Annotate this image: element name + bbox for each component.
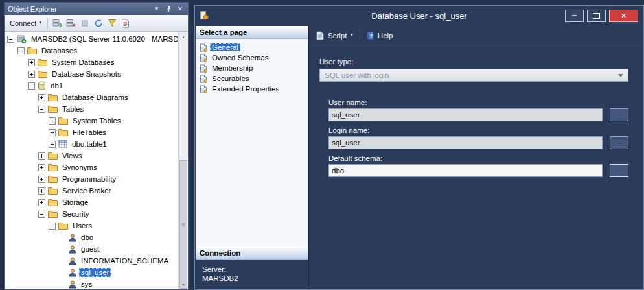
page-item-general[interactable]: General bbox=[198, 42, 308, 53]
folder-icon bbox=[48, 210, 58, 218]
tree-expander-minus[interactable] bbox=[17, 47, 25, 54]
page-item-label: Owned Schemas bbox=[210, 54, 271, 62]
tree-expander-minus[interactable] bbox=[49, 223, 56, 230]
user-icon bbox=[69, 234, 76, 242]
tree-item-database-snapshots[interactable]: Database Snapshots bbox=[5, 68, 188, 80]
connect-button[interactable]: Connect ▼ bbox=[8, 19, 44, 28]
report-icon[interactable] bbox=[119, 18, 132, 29]
tree-expander-plus[interactable] bbox=[38, 164, 45, 171]
tree-item-databases[interactable]: Databases bbox=[5, 45, 188, 56]
tree-item-database-diagrams[interactable]: Database Diagrams bbox=[5, 91, 188, 103]
tree-item-storage[interactable]: Storage bbox=[5, 197, 188, 208]
tree-item-label: System Databases bbox=[50, 58, 117, 67]
window-buttons: ─ ✕ bbox=[565, 10, 639, 22]
maximize-button[interactable] bbox=[587, 10, 606, 22]
tree-expander-plus[interactable] bbox=[38, 94, 45, 101]
disconnect-icon[interactable] bbox=[65, 18, 77, 29]
page-item-owned-schemas[interactable]: Owned Schemas bbox=[198, 53, 308, 63]
connect-icon[interactable] bbox=[51, 18, 63, 29]
user-icon bbox=[69, 269, 76, 277]
tree-expander-plus[interactable] bbox=[38, 199, 45, 206]
minimize-button[interactable]: ─ bbox=[565, 10, 584, 22]
tree-item-db1[interactable]: db1 bbox=[5, 80, 188, 91]
scrollbar-thumb[interactable]: ≡ bbox=[179, 160, 187, 289]
tree-item-filetables[interactable]: FileTables bbox=[5, 127, 188, 138]
tree-expander-minus[interactable] bbox=[38, 211, 45, 218]
tree-item-label: dbo.table1 bbox=[70, 139, 109, 149]
default-schema-field[interactable] bbox=[328, 164, 603, 177]
window-position-icon[interactable]: ▼ bbox=[152, 5, 161, 13]
default-schema-label: Default schema: bbox=[328, 154, 382, 162]
tree-item-users[interactable]: Users bbox=[5, 220, 188, 232]
tree-item-programmability[interactable]: Programmability bbox=[5, 173, 188, 185]
tree-item-tables[interactable]: Tables bbox=[5, 103, 188, 115]
help-button[interactable]: ? Help bbox=[366, 31, 393, 40]
tree-item-synonyms[interactable]: Synonyms bbox=[5, 162, 188, 173]
close-icon[interactable]: ✕ bbox=[176, 5, 185, 13]
default-schema-browse-button[interactable]: ... bbox=[610, 164, 628, 177]
dialog-titlebar[interactable]: Database User - sql_user ─ ✕ bbox=[195, 6, 643, 25]
page-item-label: Membership bbox=[210, 64, 255, 72]
tree-item-label: Tables bbox=[60, 104, 86, 114]
tree-expander-minus[interactable] bbox=[7, 36, 14, 43]
scroll-up-icon[interactable]: ▲ bbox=[179, 32, 188, 42]
login-name-label: Login name: bbox=[328, 127, 369, 134]
tree-item-system-databases[interactable]: System Databases bbox=[5, 56, 188, 68]
page-item-extended-properties[interactable]: Extended Properties bbox=[198, 84, 308, 94]
tree-expander-plus[interactable] bbox=[38, 176, 45, 183]
pin-icon[interactable] bbox=[164, 5, 173, 13]
close-button[interactable]: ✕ bbox=[609, 10, 638, 22]
tree-item-system-tables[interactable]: System Tables bbox=[5, 115, 188, 127]
user-icon bbox=[69, 257, 76, 265]
script-label: Script bbox=[328, 32, 347, 40]
tree-item-marsdb2-sql-server-11-0-6020-marsd[interactable]: MARSDB2 (SQL Server 11.0.6020 - MARSD bbox=[5, 33, 188, 45]
login-name-field[interactable] bbox=[328, 136, 603, 149]
tree-expander-minus[interactable] bbox=[28, 82, 35, 90]
dialog-app-icon bbox=[199, 10, 209, 21]
user-name-browse-button[interactable]: ... bbox=[610, 108, 628, 121]
tree-item-views[interactable]: Views bbox=[5, 150, 188, 162]
page-item-securables[interactable]: Securables bbox=[198, 73, 308, 84]
tree-expander-plus[interactable] bbox=[49, 129, 56, 136]
oe-toolbar-icons bbox=[51, 18, 132, 29]
login-name-browse-button[interactable]: ... bbox=[610, 136, 628, 149]
folder-icon bbox=[48, 152, 58, 160]
property-page-icon bbox=[200, 54, 207, 62]
tree-expander-plus[interactable] bbox=[38, 152, 45, 160]
folder-icon bbox=[48, 175, 58, 183]
tree-expander-plus[interactable] bbox=[49, 141, 56, 148]
tree-item-dbo-table1[interactable]: dbo.table1 bbox=[5, 138, 188, 150]
tree-item-security[interactable]: Security bbox=[5, 208, 188, 220]
scroll-down-icon[interactable]: ▼ bbox=[179, 280, 188, 289]
vertical-scrollbar[interactable]: ▲ ≡ ▼ bbox=[178, 32, 188, 289]
tree-expander-plus[interactable] bbox=[38, 187, 45, 195]
select-a-page-pane: Select a page GeneralOwned SchemasMember… bbox=[196, 26, 308, 289]
user-name-field[interactable] bbox=[328, 108, 603, 121]
tree-expander-plus[interactable] bbox=[49, 117, 56, 125]
chevron-down-icon: ▼ bbox=[38, 21, 42, 25]
chevron-down-icon[interactable]: ▼ bbox=[349, 33, 353, 38]
tree-item-label: Security bbox=[60, 210, 91, 219]
refresh-icon[interactable] bbox=[92, 18, 104, 29]
tree-item-information-schema[interactable]: INFORMATION_SCHEMA bbox=[5, 255, 188, 267]
tree-expander-plus[interactable] bbox=[28, 71, 35, 78]
tree-item-label: FileTables bbox=[71, 128, 108, 137]
tree-item-label: db1 bbox=[49, 81, 65, 90]
tree-item-service-broker[interactable]: Service Broker bbox=[5, 185, 188, 197]
server-value: MARSDB2 bbox=[202, 274, 302, 283]
tree-expander-minus[interactable] bbox=[38, 106, 45, 113]
filter-icon[interactable] bbox=[106, 18, 118, 29]
page-item-membership[interactable]: Membership bbox=[198, 63, 308, 73]
tree-item-dbo[interactable]: dbo bbox=[5, 232, 188, 243]
tree-item-label: Storage bbox=[60, 198, 90, 207]
tree-item-label: dbo bbox=[79, 233, 95, 242]
user-icon bbox=[69, 280, 76, 289]
user-type-select[interactable]: SQL user with login bbox=[319, 69, 628, 82]
tree-item-sql-user[interactable]: sql_user bbox=[5, 267, 188, 278]
tree-item-guest[interactable]: guest bbox=[5, 243, 188, 255]
tree-item-sys[interactable]: sys bbox=[5, 278, 188, 289]
user-name-label: User name: bbox=[328, 99, 367, 106]
script-button[interactable]: Script ▼ bbox=[316, 31, 354, 40]
stop-icon[interactable] bbox=[78, 18, 91, 29]
tree-expander-plus[interactable] bbox=[28, 59, 35, 66]
